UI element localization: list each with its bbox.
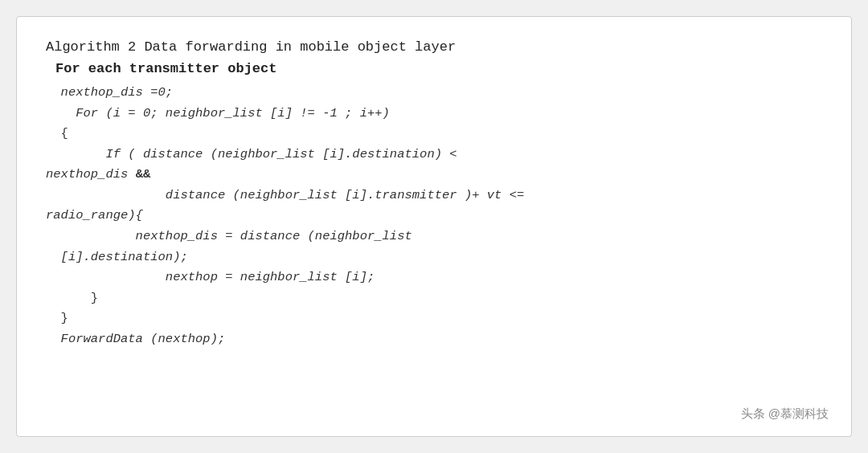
- code-line: }: [46, 288, 822, 309]
- code-line: nexthop = neighbor_list [i];: [46, 267, 822, 288]
- for-each-line: For each transmitter object: [46, 61, 822, 76]
- watermark: 头条 @慕测科技: [741, 406, 829, 422]
- code-line: distance (neighbor_list [i].transmitter …: [46, 186, 822, 206]
- code-line: nexthop_dis &&: [46, 165, 822, 186]
- algorithm-title: Algorithm 2 Data forwarding in mobile ob…: [46, 39, 822, 55]
- code-line: ForwardData (nexthop);: [46, 329, 822, 350]
- code-line: If ( distance (neighbor_list [i].destina…: [46, 145, 822, 165]
- code-line: {: [46, 124, 822, 145]
- code-line: }: [46, 308, 822, 329]
- code-line: [i].destination);: [46, 247, 822, 268]
- code-block: nexthop_dis =0; For (i = 0; neighbor_lis…: [46, 83, 822, 414]
- code-line: nexthop_dis =0;: [46, 83, 822, 104]
- code-line: For (i = 0; neighbor_list [i] != -1 ; i+…: [46, 104, 822, 124]
- algorithm-card: Algorithm 2 Data forwarding in mobile ob…: [16, 16, 852, 437]
- code-line: nexthop_dis = distance (neighbor_list: [46, 226, 822, 247]
- code-line: radio_range){: [46, 206, 822, 226]
